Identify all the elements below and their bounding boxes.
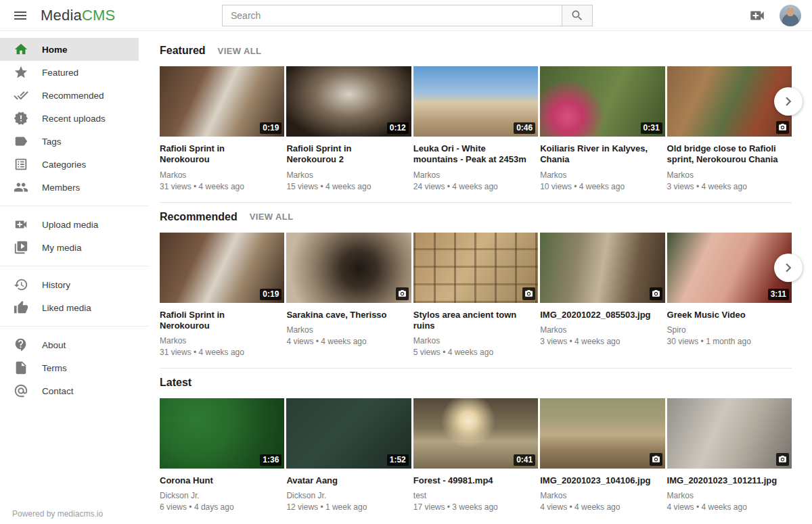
media-author[interactable]: Markos xyxy=(540,170,664,180)
media-author[interactable]: Markos xyxy=(160,336,284,346)
media-thumbnail[interactable]: 0:31 xyxy=(540,66,664,137)
duration-badge: 1:36 xyxy=(260,454,281,466)
media-author[interactable]: test xyxy=(413,491,538,500)
media-thumbnail[interactable] xyxy=(667,398,792,469)
media-author[interactable]: Markos xyxy=(667,491,792,500)
media-card[interactable]: 1:36 Corona Hunt Dickson Jr. 6 views • 4… xyxy=(160,398,284,512)
search-bar xyxy=(222,5,593,26)
media-card[interactable]: Stylos area ancient town ruins Markos 5 … xyxy=(413,233,538,358)
media-card[interactable]: 1:52 Avatar Aang Dickson Jr. 12 views • … xyxy=(286,398,411,512)
video-call-icon[interactable] xyxy=(748,7,766,24)
media-title[interactable]: Stylos area ancient town ruins xyxy=(413,310,538,332)
view-all-link[interactable]: VIEW ALL xyxy=(218,46,262,56)
media-author[interactable]: Dickson Jr. xyxy=(160,491,284,500)
media-thumbnail[interactable]: 0:12 xyxy=(286,66,411,137)
sidebar-item-recent-uploads[interactable]: Recent uploads xyxy=(0,107,139,130)
media-author[interactable]: Markos xyxy=(286,170,411,180)
media-thumbnail[interactable] xyxy=(413,233,538,303)
media-title[interactable]: Rafioli Sprint in Nerokourou xyxy=(160,143,284,166)
media-meta: 6 views • 4 days ago xyxy=(160,502,284,512)
sidebar-item-recommended[interactable]: Recommended xyxy=(0,84,139,107)
media-card[interactable]: IMG_20201022_085503.jpg Markos 3 views •… xyxy=(540,233,664,358)
media-card[interactable]: IMG_20201023_101211.jpg Markos 4 views •… xyxy=(667,398,792,512)
section-featured: Featured VIEW ALL 0:19 Rafioli Sprint in… xyxy=(160,45,792,203)
media-card[interactable]: 3:11 Greek Music Video Spiro 30 views • … xyxy=(667,233,792,358)
media-author[interactable]: Markos xyxy=(667,170,792,180)
media-card[interactable]: 0:31 Koiliaris River in Kalyves, Chania … xyxy=(540,66,664,191)
sidebar-item-label: Upload media xyxy=(42,220,98,230)
media-card[interactable]: Sarakina cave, Therisso Markos 4 views •… xyxy=(286,233,411,358)
sidebar-item-my-media[interactable]: My media xyxy=(0,236,139,259)
media-title[interactable]: Rafioli Sprint in Nerokourou 2 xyxy=(286,143,411,166)
search-button[interactable] xyxy=(562,5,593,26)
sidebar-item-contact[interactable]: Contact xyxy=(0,379,139,402)
photo-camera-icon xyxy=(776,453,789,466)
media-title[interactable]: Avatar Aang xyxy=(286,475,411,486)
media-card[interactable]: Old bridge close to Rafioli sprint, Nero… xyxy=(667,66,792,191)
media-thumbnail[interactable]: 0:46 xyxy=(413,66,538,137)
sidebar-item-upload-media[interactable]: Upload media xyxy=(0,213,139,236)
media-title[interactable]: Corona Hunt xyxy=(160,475,284,486)
media-title[interactable]: Sarakina cave, Therisso xyxy=(286,310,411,320)
sidebar-item-terms[interactable]: Terms xyxy=(0,356,139,379)
media-thumbnail[interactable] xyxy=(667,66,792,137)
list-alt-icon xyxy=(14,157,28,172)
media-author[interactable]: Markos xyxy=(540,325,664,335)
media-author[interactable]: Markos xyxy=(160,170,284,180)
sidebar-item-label: About xyxy=(42,340,66,350)
carousel-next-button[interactable] xyxy=(774,254,803,282)
media-author[interactable]: Dickson Jr. xyxy=(286,491,411,500)
header-actions xyxy=(748,5,812,26)
sidebar-item-label: Featured xyxy=(42,68,78,78)
sidebar-item-label: Recent uploads xyxy=(42,114,106,124)
avatar[interactable] xyxy=(780,5,801,26)
sidebar-item-featured[interactable]: Featured xyxy=(0,61,139,84)
media-thumbnail[interactable]: 0:41 xyxy=(413,398,538,469)
media-thumbnail[interactable] xyxy=(540,398,664,469)
sidebar-item-history[interactable]: History xyxy=(0,273,139,296)
media-thumbnail[interactable]: 1:52 xyxy=(286,398,411,469)
duration-badge: 0:46 xyxy=(514,122,535,134)
media-card[interactable]: 0:46 Leuka Ori - White mountains - Peak … xyxy=(413,66,538,191)
media-title[interactable]: Greek Music Video xyxy=(667,310,792,320)
media-title[interactable]: IMG_20201023_104106.jpg xyxy=(540,475,664,486)
media-title[interactable]: Forest - 49981.mp4 xyxy=(413,475,538,486)
media-thumbnail[interactable]: 0:19 xyxy=(160,233,284,303)
sidebar-item-categories[interactable]: Categories xyxy=(0,153,139,176)
media-title[interactable]: Leuka Ori - White mountains - Peak at 24… xyxy=(413,143,538,166)
photo-camera-icon xyxy=(650,453,662,466)
media-thumbnail[interactable] xyxy=(286,233,411,303)
media-card[interactable]: IMG_20201023_104106.jpg Markos 4 views •… xyxy=(540,398,664,512)
media-card[interactable]: 0:12 Rafioli Sprint in Nerokourou 2 Mark… xyxy=(286,66,411,191)
media-card[interactable]: 0:19 Rafioli Sprint in Nerokourou Markos… xyxy=(160,66,284,191)
media-author[interactable]: Spiro xyxy=(667,325,792,335)
sidebar-item-tags[interactable]: Tags xyxy=(0,130,139,153)
search-input[interactable] xyxy=(222,5,562,26)
media-title[interactable]: Koiliaris River in Kalyves, Chania xyxy=(540,143,664,166)
section-recommended: Recommended VIEW ALL 0:19 Rafioli Sprint… xyxy=(160,211,792,369)
new-releases-icon xyxy=(14,111,28,126)
media-author[interactable]: Markos xyxy=(413,336,538,346)
media-title[interactable]: IMG_20201022_085503.jpg xyxy=(540,310,664,320)
media-card[interactable]: 0:19 Rafioli Sprint in Nerokourou Markos… xyxy=(160,233,284,358)
media-title[interactable]: Rafioli Sprint in Nerokourou xyxy=(160,310,284,332)
menu-icon[interactable] xyxy=(7,2,34,29)
sidebar-item-liked-media[interactable]: Liked media xyxy=(0,296,139,319)
media-author[interactable]: Markos xyxy=(413,170,538,180)
media-thumbnail[interactable]: 1:36 xyxy=(160,398,284,469)
carousel-next-button[interactable] xyxy=(774,87,803,116)
sidebar-item-home[interactable]: Home xyxy=(0,38,139,61)
media-title[interactable]: IMG_20201023_101211.jpg xyxy=(667,475,792,486)
media-author[interactable]: Markos xyxy=(540,491,664,500)
media-title[interactable]: Old bridge close to Rafioli sprint, Nero… xyxy=(667,143,792,166)
media-thumbnail[interactable] xyxy=(540,233,664,303)
media-card[interactable]: 0:41 Forest - 49981.mp4 test 17 views • … xyxy=(413,398,538,512)
sidebar-item-about[interactable]: About xyxy=(0,333,139,356)
media-meta: 4 views • 4 weeks ago xyxy=(286,337,411,346)
sidebar-item-members[interactable]: Members xyxy=(0,176,139,199)
view-all-link[interactable]: VIEW ALL xyxy=(250,212,294,222)
media-thumbnail[interactable]: 3:11 xyxy=(667,233,792,303)
media-author[interactable]: Markos xyxy=(286,325,411,335)
logo[interactable]: MediaCMS xyxy=(41,7,115,24)
media-thumbnail[interactable]: 0:19 xyxy=(160,66,284,137)
